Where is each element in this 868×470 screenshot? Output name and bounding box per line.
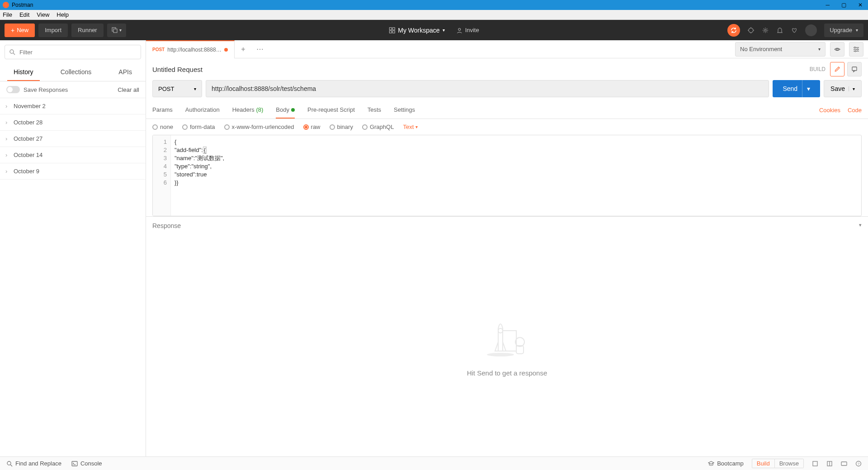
add-tab-button[interactable]: + [235,45,251,53]
account-avatar[interactable] [805,24,817,36]
window-close-icon[interactable]: ✕ [858,2,863,8]
body-format-selector[interactable]: Text▾ [403,123,418,130]
save-responses-toggle[interactable] [6,86,20,93]
menu-help[interactable]: Help [57,11,69,18]
body-xwww-radio[interactable]: x-www-form-urlencoded [224,123,294,130]
svg-rect-2 [389,28,392,30]
chevron-down-icon: ▾ [802,80,810,97]
tab-apis[interactable]: APIs [112,64,138,81]
environment-selector[interactable]: No Environment ▾ [735,42,826,57]
history-group[interactable]: October 9 [0,163,146,180]
search-icon [6,461,13,467]
code-link[interactable]: Code [848,107,862,114]
tab-history[interactable]: History [7,64,40,81]
edit-layout-button[interactable] [830,62,844,76]
person-icon [457,27,463,33]
browse-mode-button[interactable]: Browse [775,459,804,468]
window-minimize-icon[interactable]: ─ [826,2,830,8]
chevron-down-icon: ▾ [415,124,418,129]
find-replace-button[interactable]: Find and Replace [6,460,61,467]
tab-overflow-button[interactable]: ⋯ [252,45,268,53]
tab-collections[interactable]: Collections [54,64,98,81]
pane-two-icon[interactable] [826,461,833,467]
code-body[interactable]: {"add-field":{"name":"测试数据","type":"stri… [171,135,861,216]
tab-headers[interactable]: Headers (8) [232,102,264,119]
svg-point-24 [7,461,11,465]
eye-icon [834,46,841,53]
unsaved-dot-icon [224,48,228,52]
chevron-down-icon: ▾ [818,47,821,52]
svg-point-16 [857,48,859,50]
body-binary-radio[interactable]: binary [330,123,353,130]
open-new-window-button[interactable]: ▾ [107,24,126,37]
sidebar: History Collections APIs Save Responses … [0,40,146,456]
workspace-selector[interactable]: My Workspace ▾ [389,27,444,34]
search-icon [9,49,15,55]
history-group[interactable]: October 27 [0,131,146,147]
body-graphql-radio[interactable]: GraphQL [362,123,394,130]
svg-point-21 [498,328,503,333]
history-group[interactable]: October 28 [0,114,146,131]
svg-point-7 [749,28,753,33]
menu-edit[interactable]: Edit [19,11,29,18]
heart-icon[interactable] [791,27,798,34]
menu-file[interactable]: File [3,11,12,18]
history-list: November 2 October 28 October 27 October… [0,98,146,180]
svg-rect-26 [72,461,77,466]
build-mode-button[interactable]: Build [752,459,775,468]
filter-input[interactable] [5,45,141,59]
env-quicklook-button[interactable] [830,42,844,57]
chevron-down-icon[interactable]: ▾ [859,222,862,229]
build-label: BUILD [810,66,826,72]
tab-prerequest[interactable]: Pre-request Script [307,102,355,119]
sync-button[interactable] [727,24,740,37]
history-group[interactable]: November 2 [0,98,146,114]
runner-button[interactable]: Runner [71,24,104,37]
keyboard-shortcuts-icon[interactable] [841,461,847,467]
body-raw-radio[interactable]: raw [303,123,321,130]
chevron-down-icon: ▾ [119,28,122,33]
send-button[interactable]: Send ▾ [773,80,820,97]
save-button[interactable]: Save ▾ [824,80,862,97]
request-tab[interactable]: POST http://localhost:8888/solr/test... [146,40,235,58]
tab-body[interactable]: Body [276,102,295,119]
help-icon[interactable]: ? [855,461,862,467]
cookies-link[interactable]: Cookies [819,107,840,114]
body-none-radio[interactable]: none [152,123,173,130]
import-button[interactable]: Import [38,24,68,37]
new-button[interactable]: +New [5,24,35,37]
console-button[interactable]: Console [71,460,102,467]
env-settings-button[interactable] [849,42,863,57]
body-active-dot-icon [291,108,295,112]
menu-view[interactable]: View [37,11,49,18]
notifications-icon[interactable] [776,27,783,34]
comments-button[interactable] [847,62,862,76]
tab-tests[interactable]: Tests [368,102,381,119]
svg-line-25 [10,465,12,466]
capture-icon[interactable] [747,27,755,34]
body-formdata-radio[interactable]: form-data [182,123,215,130]
tab-settings[interactable]: Settings [394,102,415,119]
svg-rect-27 [813,461,817,466]
clear-all-link[interactable]: Clear all [118,86,139,93]
svg-point-11 [836,48,838,50]
settings-icon[interactable] [762,27,769,34]
pencil-icon [834,66,840,72]
method-selector[interactable]: POST ▾ [152,80,202,97]
svg-rect-30 [841,462,847,465]
window-maximize-icon[interactable]: ▢ [841,2,846,8]
pane-single-icon[interactable] [812,461,818,467]
statusbar: Find and Replace Console Bootcamp Build … [0,456,868,470]
rocket-illustration-icon [480,315,534,360]
history-group[interactable]: October 14 [0,147,146,163]
windows-icon [112,27,118,33]
upgrade-button[interactable]: Upgrade▾ [824,24,863,37]
tab-params[interactable]: Params [152,102,173,119]
bootcamp-button[interactable]: Bootcamp [708,460,744,467]
tab-authorization[interactable]: Authorization [185,102,220,119]
body-editor[interactable]: 123456 {"add-field":{"name":"测试数据","type… [152,135,862,216]
svg-text:?: ? [858,462,860,466]
console-icon [71,461,78,467]
url-input[interactable] [206,80,769,97]
invite-button[interactable]: Invite [457,27,479,33]
